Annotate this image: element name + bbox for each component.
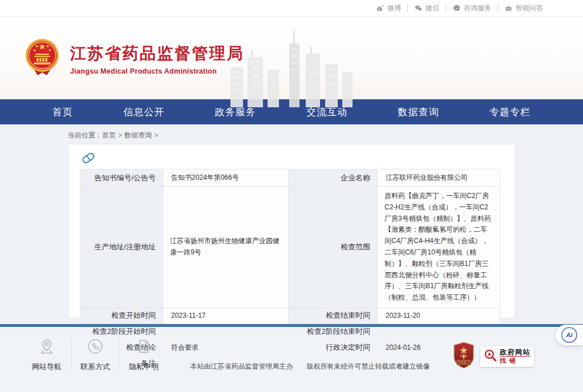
site-error-report-line2: 找错 <box>500 356 531 365</box>
table-row: 生产地址/注册地址 江苏省扬州市扬州生物健康产业园健康一路9号 检查范围 原料药… <box>80 187 500 308</box>
nav-item-special-topics[interactable]: 专题专栏 <box>489 106 531 119</box>
robot-icon <box>504 4 513 13</box>
topbar-divider <box>497 5 498 12</box>
breadcrumb-separator: > <box>154 131 158 139</box>
notice-number-value: 告知书2024年第066号 <box>163 169 289 187</box>
nav-item-info-disclosure[interactable]: 信息公开 <box>123 106 164 119</box>
site-title: 江苏省药品监督管理局 <box>70 43 244 64</box>
footer-line-host: 本站由江苏省药品监督管理局主办 版权所有未经许可禁止转载或者建立镜像 <box>168 361 452 372</box>
inspection-scope-value: 原料药【曲克芦丁，一车间C2厂房C2-H2生产线（合成），一车间C2厂房3号精烘… <box>378 187 500 308</box>
company-name-value: 江苏联环药业股份有限公司 <box>378 169 500 187</box>
wechat-link[interactable]: 微信 <box>414 3 439 13</box>
inspection-start-label: 检查开始时间 <box>80 308 163 324</box>
company-name-label: 企业名称 <box>289 169 378 187</box>
address-label: 生产地址/注册地址 <box>80 187 163 308</box>
capsule-icon <box>80 149 503 169</box>
address-value: 江苏省扬州市扬州生物健康产业园健康一路9号 <box>163 187 289 308</box>
topbar: 微博 微信 咨询服务 智能问答 <box>0 0 583 17</box>
ai-icon-label: Ai <box>562 328 576 342</box>
footer-badges: 党政机关 政府网站 找错 <box>452 342 534 371</box>
privacy-label: 隐私申明 <box>129 362 159 372</box>
masthead: 江苏省药品监督管理局 Jiangsu Medical Products Admi… <box>0 17 583 99</box>
site-map-label: 网站导航 <box>32 362 62 372</box>
phone-icon <box>87 338 104 357</box>
breadcrumb: 当前位置：首页>数据查询> <box>68 124 515 144</box>
inspection-scope-label: 检查范围 <box>289 187 378 308</box>
site-error-report-text: 政府网站 找错 <box>500 348 531 365</box>
document-icon <box>135 338 152 357</box>
footer: 网站导航 联系方式 隐私申明 本站由江苏省药品监督管理局主办 版权所有未经许可禁… <box>0 327 583 392</box>
contact-label: 联系方式 <box>80 362 110 372</box>
inspection-start-value: 2023-11-17 <box>163 308 289 324</box>
ai-assistant-button[interactable]: Ai <box>556 325 583 345</box>
nav-item-home[interactable]: 首页 <box>52 106 73 119</box>
nav-item-data-query[interactable]: 数据查询 <box>398 106 439 119</box>
site-error-report-line1: 政府网站 <box>500 348 531 356</box>
notice-number-label: 告知书编号/公告号 <box>80 169 163 187</box>
inspection-record-card: 告知书编号/公告号 告知书2024年第066号 企业名称 江苏联环药业股份有限公… <box>68 144 515 318</box>
weibo-link-label: 微博 <box>387 3 401 13</box>
party-gov-badge-label: 党政机关 <box>457 360 470 365</box>
main-content: 当前位置：首页>数据查询> 告知书编号/公告号 告知书2024年第066号 企业… <box>0 124 583 324</box>
site-subtitle: Jiangsu Medical Products Administration <box>70 67 244 75</box>
table-row: 检查开始时间 2023-11-17 检查结束时间 2023-11-20 <box>80 308 500 324</box>
breadcrumb-separator: > <box>118 131 122 139</box>
privacy-link[interactable]: 隐私申明 <box>119 338 168 372</box>
map-pin-icon <box>38 338 55 357</box>
consult-service-link[interactable]: 咨询服务 <box>452 3 491 13</box>
breadcrumb-data-query-link[interactable]: 数据查询 <box>124 131 152 139</box>
chat-bubble-icon <box>452 4 461 13</box>
footer-quick-links: 网站导航 联系方式 隐私申明 <box>23 338 168 372</box>
page: 微博 微信 咨询服务 智能问答 <box>0 0 583 392</box>
footer-info: 本站由江苏省药品监督管理局主办 版权所有未经许可禁止转载或者建立镜像 邮编：21… <box>168 340 452 392</box>
party-gov-badge[interactable]: 党政机关 <box>452 342 475 371</box>
topbar-divider <box>407 5 408 12</box>
magnifier-icon <box>483 348 498 365</box>
table-row: 告知书编号/公告号 告知书2024年第066号 企业名称 江苏联环药业股份有限公… <box>80 169 500 187</box>
topbar-divider <box>446 5 446 12</box>
wechat-icon <box>414 4 423 13</box>
breadcrumb-home-link[interactable]: 首页 <box>102 131 116 139</box>
wechat-link-label: 微信 <box>426 3 439 13</box>
ai-icon: Ai <box>561 327 577 343</box>
site-error-report-badge[interactable]: 政府网站 找错 <box>480 346 534 367</box>
site-map-link[interactable]: 网站导航 <box>23 338 71 372</box>
smart-qa-link[interactable]: 智能问答 <box>504 3 543 13</box>
national-emblem-icon <box>24 38 60 80</box>
breadcrumb-prefix: 当前位置： <box>68 131 102 139</box>
weibo-link[interactable]: 微博 <box>376 3 401 13</box>
weibo-icon <box>376 4 384 13</box>
inspection-end-value: 2023-11-20 <box>378 308 500 324</box>
brand-text: 江苏省药品监督管理局 Jiangsu Medical Products Admi… <box>70 43 244 75</box>
consult-service-label: 咨询服务 <box>464 3 491 13</box>
contact-link[interactable]: 联系方式 <box>71 338 119 372</box>
smart-qa-label: 智能问答 <box>516 3 543 13</box>
inspection-end-label: 检查结束时间 <box>289 308 378 324</box>
site-logo[interactable]: 江苏省药品监督管理局 Jiangsu Medical Products Admi… <box>24 38 244 80</box>
